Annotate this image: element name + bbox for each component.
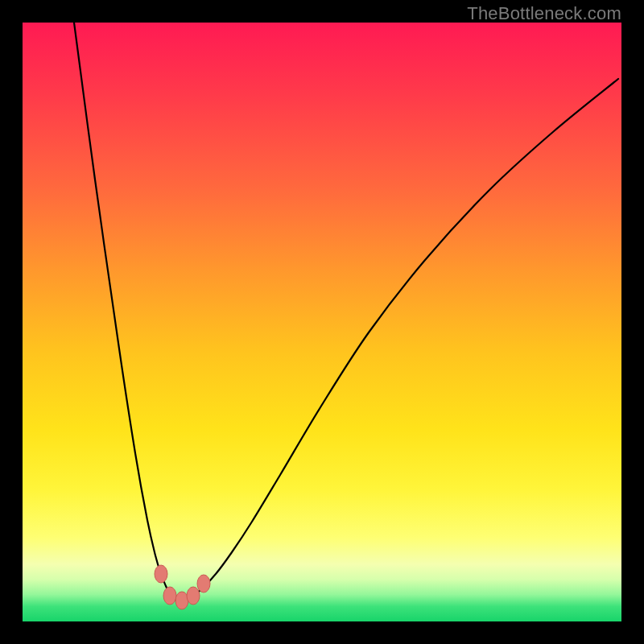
valley-marker xyxy=(187,587,200,605)
valley-marker xyxy=(197,575,210,592)
bottleneck-curve xyxy=(74,23,618,601)
optimal-zone-markers xyxy=(155,565,210,609)
valley-marker xyxy=(163,587,176,605)
watermark-text: TheBottleneck.com xyxy=(467,3,621,24)
chart-frame: TheBottleneck.com xyxy=(0,0,644,644)
plot-area xyxy=(23,23,621,621)
valley-marker xyxy=(155,565,167,583)
curve-layer xyxy=(23,23,621,621)
